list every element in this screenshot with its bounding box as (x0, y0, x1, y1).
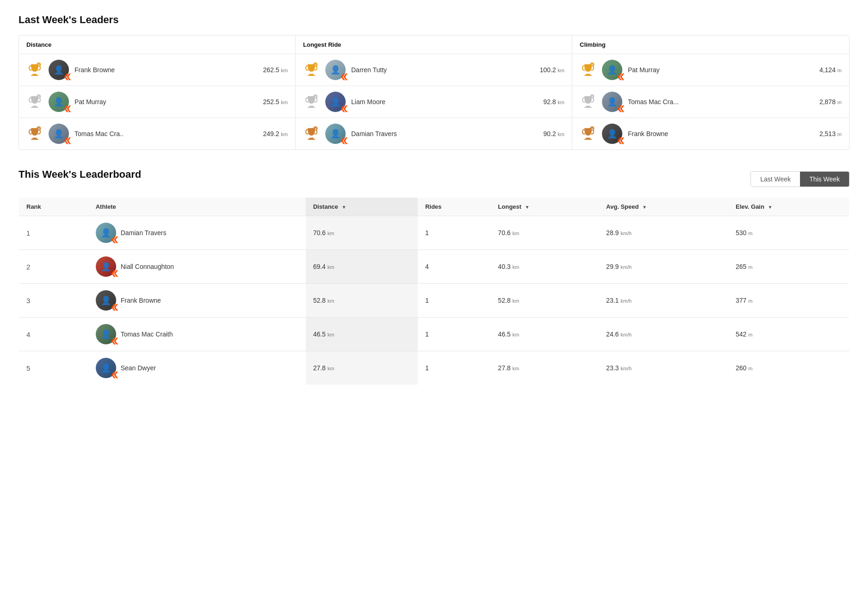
leader-row: 3 👤Damian Travers90.2 km (296, 118, 572, 150)
distance-unit: km (328, 264, 335, 270)
rank-number: 1 (26, 229, 30, 237)
svg-rect-30 (586, 74, 590, 75)
leader-name: Tomas Mac Cra... (628, 98, 814, 106)
this-week-button[interactable]: This Week (800, 172, 849, 187)
svg-rect-21 (308, 107, 315, 108)
athlete-name: Frank Browne (121, 297, 161, 304)
athlete-name: Tomas Mac Craith (121, 330, 173, 338)
svg-rect-25 (309, 137, 314, 138)
leader-row: 3 👤Frank Browne2,513 m (572, 118, 849, 150)
avatar: 👤 (49, 60, 69, 80)
rank-cell: 5 (19, 351, 88, 385)
avatar: 👤 (602, 60, 622, 80)
longest-cell: 70.6 km (490, 216, 599, 250)
strava-chevron-icon (111, 371, 119, 379)
last-week-title: Last Week's Leaders (19, 14, 849, 26)
rank-number: 3 (26, 297, 30, 305)
sort-arrow-icon: ▼ (642, 205, 647, 210)
svg-rect-15 (309, 74, 314, 75)
longest-cell: 40.3 km (490, 250, 599, 284)
strava-chevron-icon (617, 137, 625, 145)
avatar: 👤 (96, 324, 116, 344)
leader-name: Darren Tutty (351, 66, 534, 74)
trophy-icon: 3 (304, 126, 319, 141)
leaderboard-table: RankAthleteDistance ▼RidesLongest ▼Avg. … (19, 197, 849, 385)
athlete-name: Damian Travers (121, 229, 167, 237)
last-week-button[interactable]: Last Week (751, 172, 800, 187)
rank-cell: 3 (19, 284, 88, 318)
sort-arrow-icon: ▼ (525, 205, 530, 210)
leaders-column-0: Distance 1 👤Frank Browne262.5 km (19, 36, 296, 150)
svg-text:3: 3 (38, 127, 39, 130)
leaderboard-header: This Week's Leaderboard Last Week This W… (19, 168, 849, 190)
strava-chevron-icon (340, 137, 348, 145)
sort-arrow-icon: ▼ (341, 205, 346, 210)
distance-cell: 69.4 km (306, 250, 418, 284)
svg-text:1: 1 (315, 63, 316, 66)
distance-unit: km (328, 366, 335, 371)
leader-row: 2 👤Liam Moore92.8 km (296, 86, 572, 118)
speed-unit: km/h (620, 264, 632, 270)
longest-cell: 46.5 km (490, 318, 599, 351)
trophy-icon: 1 (581, 62, 595, 77)
strava-chevron-icon (63, 73, 72, 81)
col-header-longest[interactable]: Longest ▼ (490, 198, 599, 216)
rank-number: 5 (26, 364, 30, 372)
elev-gain-cell: 530 m (728, 216, 849, 250)
trophy-icon: 1 (27, 62, 42, 77)
svg-rect-16 (308, 75, 315, 76)
table-row: 4👤Tomas Mac Craith46.5 km146.5 km24.6 km… (19, 318, 849, 351)
trophy-rank-2: 2 (303, 94, 320, 110)
athlete-name: Niall Connaughton (121, 263, 174, 270)
col-header-rides: Rides (418, 198, 490, 216)
rides-cell: 1 (418, 284, 490, 318)
svg-rect-1 (31, 75, 38, 76)
leader-name: Frank Browne (74, 66, 257, 74)
strava-chevron-icon (63, 105, 72, 113)
trophy-icon: 2 (304, 94, 319, 109)
leader-value: 252.5 km (263, 98, 288, 106)
leaders-column-2: Climbing 1 👤Pat Murray4,124 m (572, 36, 849, 150)
strava-chevron-icon (617, 73, 625, 81)
leaders-grid: Distance 1 👤Frank Browne262.5 km (19, 35, 849, 150)
leader-row: 3 👤Tomas Mac Cra..249.2 km (19, 118, 295, 150)
athlete-cell: 👤Damian Travers (88, 216, 306, 250)
leader-value: 4,124 m (819, 66, 842, 74)
avatar: 👤 (325, 124, 346, 144)
leader-row: 2 👤Pat Murray252.5 km (19, 86, 295, 118)
col-header-distance[interactable]: Distance ▼ (306, 198, 418, 216)
leader-value: 262.5 km (263, 66, 288, 74)
speed-unit: km/h (620, 332, 632, 337)
leader-value: 100.2 km (539, 66, 564, 74)
longest-unit: km (512, 298, 519, 304)
elev-unit: m (748, 332, 752, 337)
avatar: 👤 (49, 92, 69, 112)
distance-unit: km (328, 332, 335, 337)
table-row: 2👤Niall Connaughton69.4 km440.3 km29.9 k… (19, 250, 849, 284)
longest-cell: 52.8 km (490, 284, 599, 318)
strava-chevron-icon (111, 236, 119, 244)
avatar: 👤 (96, 358, 116, 378)
elev-unit: m (748, 366, 752, 371)
speed-unit: km/h (620, 298, 632, 304)
svg-rect-6 (31, 107, 38, 108)
rank-number: 2 (26, 263, 30, 271)
trophy-rank-3: 3 (580, 126, 596, 142)
speed-unit: km/h (620, 366, 632, 371)
trophy-icon: 1 (304, 62, 319, 77)
leaders-col-header-0: Distance (19, 36, 295, 54)
athlete-cell: 👤Frank Browne (88, 284, 306, 318)
distance-cell: 46.5 km (306, 318, 418, 351)
strava-chevron-icon (111, 269, 119, 278)
trophy-rank-3: 3 (303, 126, 320, 142)
col-header-avgSpeed[interactable]: Avg. Speed ▼ (599, 198, 728, 216)
leader-row: 1 👤Darren Tutty100.2 km (296, 54, 572, 86)
avatar: 👤 (325, 92, 346, 112)
col-header-elevGain[interactable]: Elev. Gain ▼ (728, 198, 849, 216)
this-week-title: This Week's Leaderboard (19, 168, 141, 181)
svg-text:3: 3 (315, 127, 316, 130)
elev-gain-cell: 542 m (728, 318, 849, 351)
distance-unit: km (328, 298, 335, 304)
avg-speed-cell: 24.6 km/h (599, 318, 728, 351)
svg-text:3: 3 (591, 127, 593, 130)
